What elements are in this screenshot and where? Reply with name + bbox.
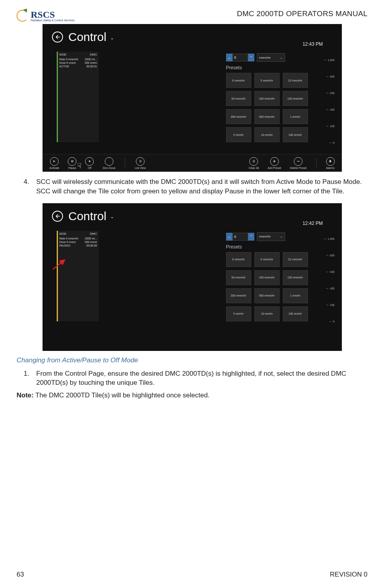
svg-marker-0 xyxy=(54,160,56,162)
clear-all-button[interactable]: Clear All xyxy=(249,157,259,169)
step-1: 1.From the Control Page, ensure the desi… xyxy=(17,369,367,388)
tile-id: 0030 xyxy=(59,53,67,56)
preset-button[interactable]: 5 mrem/hr xyxy=(254,252,280,267)
preset-button[interactable]: 100 mrem/hr xyxy=(254,91,280,106)
bottom-toolbar: Activate Pause Off Zero Dose List View C… xyxy=(43,154,342,172)
device-tile-paused[interactable]: 0030 DMC Rate 0 mrem/hr2000 mr... Dose 0… xyxy=(57,231,99,321)
document-footer: 63 REVISION 0 xyxy=(17,571,367,579)
preset-button[interactable]: 1 rem/hr xyxy=(283,109,308,124)
tile-state: PAUSED xyxy=(59,244,70,247)
preset-button[interactable]: 100 rem/hr xyxy=(283,127,308,142)
spinner-value[interactable]: 0 xyxy=(232,233,248,241)
svg-rect-9 xyxy=(253,162,255,162)
section-heading: Changing from Active/Pause to Off Mode xyxy=(17,356,367,364)
preset-button[interactable]: 200 mrem/hr xyxy=(226,109,251,124)
tile-model: DMC xyxy=(90,53,97,56)
preset-button[interactable]: 10 rem/hr xyxy=(254,306,280,321)
preset-button[interactable]: 22 mrem/hr xyxy=(283,252,308,267)
preset-button[interactable]: 500 mrem/hr xyxy=(254,288,280,303)
screenshot-control-active: Control⌄ 12:43 PM 0030 DMC Rate 0 mrem/h… xyxy=(43,24,342,172)
document-title: DMC 2000TD OPERATORS MANUAL xyxy=(237,9,367,18)
page-title: Control⌄ xyxy=(69,30,114,44)
preset-button[interactable]: 22 mrem/hr xyxy=(283,73,308,88)
logo-subtext: Radiation Safety & Control Services xyxy=(31,19,74,22)
spinner-down-button[interactable]: ⌄ xyxy=(226,233,232,241)
preset-button[interactable]: 200 mrem/hr xyxy=(226,288,251,303)
preset-button[interactable]: 500 mrem/hr xyxy=(254,109,280,124)
preset-button[interactable]: 100 mrem/hr xyxy=(254,270,280,285)
preset-button[interactable]: 5 rem/hr xyxy=(226,306,251,321)
clock: 12:43 PM xyxy=(302,41,323,47)
device-tile-active[interactable]: 0030 DMC Rate 0 mrem/hr2000 mr... Dose 0… xyxy=(57,52,99,142)
logo: RSCS Radiation Safety & Control Services xyxy=(17,9,74,22)
preset-button[interactable]: 1 rem/hr xyxy=(283,288,308,303)
logo-mark-icon xyxy=(17,10,28,22)
svg-rect-5 xyxy=(139,161,141,161)
scale-axis: 1,000 800 600 400 200 0 xyxy=(319,52,335,151)
back-button[interactable] xyxy=(52,211,63,222)
spinner-up-button[interactable]: ⌃ xyxy=(248,54,254,61)
back-button[interactable] xyxy=(52,32,63,43)
preset-button[interactable]: 5 rem/hr xyxy=(226,127,251,142)
pause-button[interactable]: Pause xyxy=(68,157,76,169)
presets-label: Presets xyxy=(226,244,332,250)
tile-model: DMC xyxy=(90,232,97,236)
preset-button[interactable]: 10 rem/hr xyxy=(254,127,280,142)
preset-button[interactable]: 0 mrem/hr xyxy=(226,73,251,88)
svg-rect-12 xyxy=(297,161,299,161)
preset-button[interactable]: 150 mrem/hr xyxy=(283,91,308,106)
tile-id: 0030 xyxy=(59,232,67,236)
svg-rect-1 xyxy=(71,160,72,162)
page-title: Control⌄ xyxy=(69,210,114,223)
preset-button[interactable]: 50 mrem/hr xyxy=(226,270,251,285)
activate-button[interactable]: Activate xyxy=(50,157,59,169)
zero-dose-button[interactable]: Zero Dose xyxy=(102,157,115,169)
spinner-up-button[interactable]: ⌃ xyxy=(248,233,254,241)
delete-preset-button[interactable]: Delete Preset xyxy=(290,157,306,169)
step-4: 4.SCC will wirelessly communicate with t… xyxy=(17,177,367,196)
scale-axis: 1,000 800 600 400 200 0 xyxy=(319,231,335,330)
preset-button[interactable]: 5 mrem/hr xyxy=(254,73,280,88)
svg-rect-4 xyxy=(139,160,141,161)
presets-label: Presets xyxy=(226,65,332,70)
svg-rect-11 xyxy=(273,161,276,161)
add-preset-button[interactable]: Add Preset xyxy=(267,157,281,169)
svg-rect-2 xyxy=(72,160,73,162)
document-header: RSCS Radiation Safety & Control Services… xyxy=(17,9,367,22)
chevron-down-icon: ⌄ xyxy=(280,235,283,238)
tile-state: ACTIVE xyxy=(59,65,69,68)
note: Note: The DMC 2000TD Tile(s) will be hig… xyxy=(17,391,367,399)
svg-rect-3 xyxy=(89,161,91,162)
preset-button[interactable]: 150 mrem/hr xyxy=(283,270,308,285)
revision-label: REVISION 0 xyxy=(330,571,367,579)
preset-button[interactable]: 0 mrem/hr xyxy=(226,252,251,267)
spinner-value[interactable]: 0 xyxy=(232,54,248,61)
list-view-button[interactable]: List View xyxy=(135,157,146,169)
chevron-down-icon: ⌄ xyxy=(280,56,283,59)
dropdown-caret-icon[interactable]: ⌄ xyxy=(110,35,114,40)
clock: 12:42 PM xyxy=(302,221,323,226)
svg-rect-7 xyxy=(253,160,255,161)
page-number: 63 xyxy=(17,571,24,579)
unit-dropdown[interactable]: mrem/hr⌄ xyxy=(257,53,285,62)
dropdown-caret-icon[interactable]: ⌄ xyxy=(110,214,114,219)
off-button[interactable]: Off xyxy=(85,157,94,169)
svg-rect-6 xyxy=(139,162,141,162)
unit-dropdown[interactable]: mrem/hr⌄ xyxy=(257,232,285,241)
preset-button[interactable]: 50 mrem/hr xyxy=(226,91,251,106)
screenshot-control-paused: Control⌄ 12:42 PM 0030 DMC Rate 0 mrem/h… xyxy=(43,203,342,351)
preset-button[interactable]: 100 rem/hr xyxy=(283,306,308,321)
logo-text: RSCS xyxy=(31,9,74,20)
spinner-down-button[interactable]: ⌄ xyxy=(226,54,232,61)
svg-rect-8 xyxy=(253,161,255,161)
alarms-button[interactable]: Alarms xyxy=(326,157,335,169)
